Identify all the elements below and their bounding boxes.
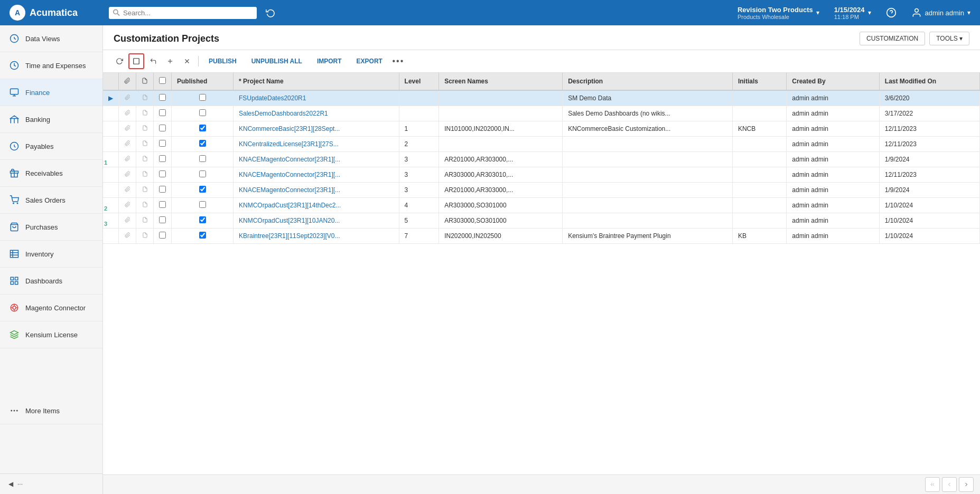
sidebar-item-magento[interactable]: Magento Connector — [0, 294, 102, 321]
row-checkbox[interactable] — [159, 186, 166, 193]
published-cell[interactable] — [172, 152, 234, 167]
row-checkbox[interactable] — [159, 94, 166, 101]
help-button[interactable] — [881, 5, 902, 20]
project-name-link[interactable]: KNACEMagentoConnector[23R1][... — [239, 171, 340, 178]
published-checkbox[interactable] — [199, 216, 206, 223]
more-actions-button[interactable]: ••• — [390, 53, 406, 69]
project-name-cell[interactable]: KNCentralizedLicense[23R1][27S... — [234, 137, 399, 152]
sidebar-item-inventory[interactable]: Inventory — [0, 241, 102, 268]
prev-page-button[interactable] — [942, 477, 957, 492]
row-select-cell[interactable] — [154, 152, 172, 167]
sidebar-item-purchases[interactable]: Purchases — [0, 214, 102, 241]
user-menu[interactable]: admin admin ▾ — [906, 5, 976, 20]
project-name-link[interactable]: KNMCOrpadCust[23R1][10JAN20... — [239, 217, 340, 224]
project-name-link[interactable]: FSUpdateDates2020R1 — [239, 94, 306, 102]
row-select-cell[interactable] — [154, 121, 172, 137]
published-cell[interactable] — [172, 90, 234, 106]
published-cell[interactable] — [172, 106, 234, 121]
row-checkbox[interactable] — [159, 201, 166, 208]
sidebar-item-payables[interactable]: Payables — [0, 133, 102, 160]
row-select-cell[interactable] — [154, 167, 172, 183]
next-page-button[interactable] — [959, 477, 974, 492]
row-select-cell[interactable] — [154, 106, 172, 121]
sidebar-item-dashboards[interactable]: Dashboards — [0, 268, 102, 294]
project-name-cell[interactable]: FSUpdateDates2020R1 — [234, 90, 399, 106]
row-checkbox[interactable] — [159, 216, 166, 223]
search-bar[interactable] — [109, 7, 257, 19]
published-cell[interactable] — [172, 213, 234, 229]
project-name-cell[interactable]: KNMCOrpadCust[23R1][10JAN20... — [234, 213, 399, 229]
add-button[interactable] — [162, 53, 178, 69]
row-select-cell[interactable] — [154, 198, 172, 213]
sidebar-item-banking[interactable]: Banking — [0, 106, 102, 133]
row-checkbox[interactable] — [159, 125, 166, 131]
published-checkbox[interactable] — [199, 109, 206, 116]
row-checkbox[interactable] — [159, 232, 166, 239]
unpublish-all-button[interactable]: UNPUBLISH ALL — [245, 54, 309, 68]
project-name-link[interactable]: KBraintree[23R1][11Sept2023][V0... — [239, 232, 340, 240]
row-select-cell[interactable] — [154, 90, 172, 106]
published-checkbox[interactable] — [199, 170, 206, 177]
select-all-checkbox[interactable] — [159, 77, 166, 84]
published-checkbox[interactable] — [199, 186, 206, 193]
project-name-link[interactable]: KNACEMagentoConnector[23R1][... — [239, 186, 340, 194]
project-name-link[interactable]: KNCommerceBasic[23R1][28Sept... — [239, 125, 340, 132]
published-cell[interactable] — [172, 229, 234, 244]
row-checkbox[interactable] — [159, 109, 166, 116]
history-button[interactable] — [261, 3, 280, 22]
tools-button[interactable]: TOOLS ▾ — [929, 32, 969, 45]
open-button[interactable] — [128, 53, 144, 69]
row-checkbox[interactable] — [159, 140, 166, 147]
published-cell[interactable] — [172, 198, 234, 213]
project-name-cell[interactable]: KNMCOrpadCust[23R1][14thDec2... — [234, 198, 399, 213]
sidebar-collapse-btn[interactable]: ◀ ··· — [0, 473, 102, 494]
row-checkbox[interactable] — [159, 155, 166, 162]
sidebar-item-finance[interactable]: Finance — [0, 79, 102, 106]
row-select-cell[interactable] — [154, 137, 172, 152]
sidebar-item-receivables[interactable]: Receivables — [0, 160, 102, 187]
sidebar-item-more-items[interactable]: More Items — [0, 397, 102, 424]
col-select-all[interactable] — [154, 73, 172, 90]
project-name-cell[interactable]: SalesDemoDashboards2022R1 — [234, 106, 399, 121]
published-checkbox[interactable] — [199, 201, 206, 208]
project-name-link[interactable]: KNCentralizedLicense[23R1][27S... — [239, 140, 339, 148]
published-cell[interactable] — [172, 121, 234, 137]
date-selector[interactable]: 1/15/2024 11:18 PM ▾ — [829, 4, 876, 22]
company-selector[interactable]: Revision Two Products Products Wholesale… — [732, 4, 825, 22]
row-select-cell[interactable] — [154, 183, 172, 198]
published-cell[interactable] — [172, 167, 234, 183]
row-select-cell[interactable] — [154, 213, 172, 229]
project-name-cell[interactable]: KNACEMagentoConnector[23R1][... — [234, 167, 399, 183]
import-button[interactable]: IMPORT — [310, 54, 349, 68]
project-name-cell[interactable]: KBraintree[23R1][11Sept2023][V0... — [234, 229, 399, 244]
published-checkbox[interactable] — [199, 125, 206, 131]
project-name-cell[interactable]: KNACEMagentoConnector[23R1][... — [234, 183, 399, 198]
search-input[interactable] — [123, 9, 253, 17]
row-select-cell[interactable] — [154, 229, 172, 244]
published-cell[interactable] — [172, 183, 234, 198]
export-button[interactable]: EXPORT — [350, 54, 389, 68]
project-name-link[interactable]: KNMCOrpadCust[23R1][14thDec2... — [239, 202, 341, 209]
delete-button[interactable] — [179, 53, 195, 69]
sidebar-item-kensium[interactable]: Kensium License — [0, 321, 102, 348]
published-checkbox[interactable] — [199, 140, 206, 147]
published-checkbox[interactable] — [199, 155, 206, 162]
expand-row-button[interactable]: ▶ — [108, 94, 113, 102]
published-checkbox[interactable] — [199, 94, 206, 101]
expand-collapse-label: ··· — [17, 480, 23, 488]
project-name-link[interactable]: KNACEMagentoConnector[23R1][... — [239, 156, 340, 163]
first-page-button[interactable] — [925, 477, 940, 492]
publish-button[interactable]: PUBLISH — [202, 54, 244, 68]
project-name-link[interactable]: SalesDemoDashboards2022R1 — [239, 110, 328, 117]
sidebar-item-time-expenses[interactable]: Time and Expenses — [0, 52, 102, 79]
sidebar-item-data-views[interactable]: Data Views — [0, 25, 102, 52]
project-name-cell[interactable]: KNACEMagentoConnector[23R1][... — [234, 152, 399, 167]
refresh-button[interactable] — [111, 53, 127, 69]
published-checkbox[interactable] — [199, 232, 206, 239]
undo-button[interactable] — [145, 53, 161, 69]
project-name-cell[interactable]: KNCommerceBasic[23R1][28Sept... — [234, 121, 399, 137]
published-cell[interactable] — [172, 137, 234, 152]
customization-button[interactable]: CUSTOMIZATION — [860, 32, 925, 45]
row-checkbox[interactable] — [159, 170, 166, 177]
sidebar-item-sales-orders[interactable]: Sales Orders — [0, 187, 102, 214]
